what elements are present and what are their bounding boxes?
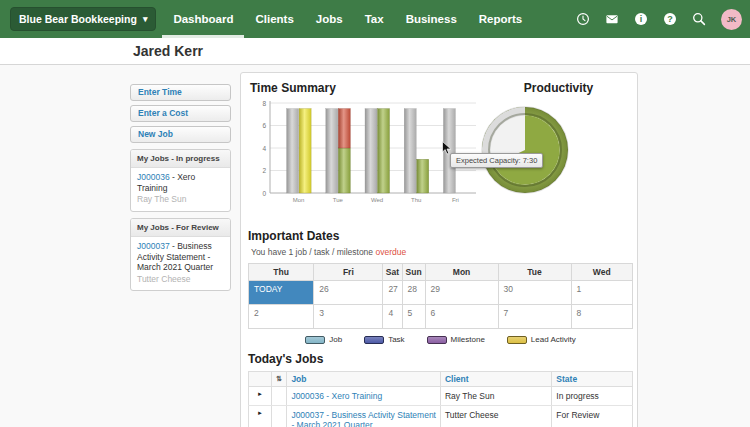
org-selector-label: Blue Bear Bookkeeping: [19, 13, 137, 25]
calendar-date-cell[interactable]: 26: [314, 281, 383, 305]
svg-text:0: 0: [262, 190, 266, 197]
calendar-day-header: Sat: [383, 264, 402, 281]
sort-icon[interactable]: ⇅: [272, 372, 287, 387]
productivity-title: Productivity: [473, 81, 644, 95]
calendar-date-cell[interactable]: 27: [383, 281, 402, 305]
sidebar-buttons: Enter TimeEnter a CostNew Job: [130, 84, 231, 143]
job-swatch-icon: [305, 336, 325, 344]
svg-text:?: ?: [667, 14, 673, 24]
enter-a-cost-button[interactable]: Enter a Cost: [130, 105, 231, 122]
table-row: ►J000036 - Xero TrainingRay The SunIn pr…: [249, 387, 633, 406]
state-cell: In progress: [552, 387, 633, 406]
legend-item-job: Job: [305, 335, 342, 344]
lead-activity-swatch-icon: [507, 336, 527, 344]
legend-label: Job: [329, 335, 342, 344]
task-swatch-icon: [364, 336, 384, 344]
client-cell: Tutter Cheese: [440, 406, 551, 427]
job-link[interactable]: J000036 - Xero Training: [291, 391, 382, 401]
calendar-legend: JobTaskMilestoneLead Activity: [248, 335, 633, 344]
sidebar: Enter TimeEnter a CostNew Job My Jobs - …: [130, 84, 231, 291]
productivity-block: Productivity: [473, 81, 644, 211]
enter-time-button[interactable]: Enter Time: [130, 84, 231, 101]
legend-item-lead-activity: Lead Activity: [507, 335, 576, 344]
row-expander-icon[interactable]: ►: [249, 406, 272, 427]
mouse-cursor-icon: [442, 141, 452, 159]
job-code-link[interactable]: J000037: [137, 241, 170, 251]
job-link[interactable]: J000037 - Business Activity Statement - …: [291, 410, 436, 427]
legend-label: Milestone: [451, 335, 485, 344]
calendar-date-cell[interactable]: 3: [314, 305, 383, 329]
clock-icon[interactable]: [576, 12, 590, 26]
title-band: Jared Kerr: [0, 38, 750, 65]
tab-jobs[interactable]: Jobs: [305, 0, 354, 38]
svg-text:2: 2: [262, 167, 266, 174]
top-nav: Blue Bear Bookkeeping ▾ DashboardClients…: [0, 0, 750, 38]
job-code-link[interactable]: J000036: [137, 172, 170, 182]
calendar-date-cell[interactable]: 28: [402, 281, 425, 305]
panel-my-jobs-in-progress: My Jobs - In progressJ000036 - Xero Trai…: [130, 149, 231, 212]
client-cell: Ray The Sun: [440, 387, 551, 406]
tab-tax[interactable]: Tax: [354, 0, 395, 38]
search-icon[interactable]: [692, 12, 706, 26]
calendar-day-header: Tue: [498, 264, 571, 281]
calendar-date-cell[interactable]: 29: [425, 281, 498, 305]
nav-tabs: DashboardClientsJobsTaxBusinessReports: [162, 0, 533, 38]
panel-job-item[interactable]: J000036 - Xero TrainingRay The Sun: [131, 168, 230, 211]
legend-label: Lead Activity: [531, 335, 576, 344]
table-row: ►J000037 - Business Activity Statement -…: [249, 406, 633, 427]
svg-text:i: i: [640, 14, 643, 24]
calendar-date-cell[interactable]: 6: [425, 305, 498, 329]
column-header-state[interactable]: State: [552, 372, 633, 387]
todays-jobs-table: ⇅JobClientState►J000036 - Xero TrainingR…: [248, 371, 633, 427]
legend-item-milestone: Milestone: [427, 335, 485, 344]
info-icon[interactable]: i: [634, 12, 648, 26]
svg-text:8: 8: [262, 100, 266, 107]
state-cell: For Review: [552, 406, 633, 427]
calendar-date-cell[interactable]: 1: [571, 281, 633, 305]
milestone-swatch-icon: [427, 336, 447, 344]
panel-my-jobs-for-review: My Jobs - For ReviewJ000037 - Business A…: [130, 218, 231, 292]
important-dates-heading: Important Dates: [248, 229, 630, 243]
calendar-today-cell[interactable]: TODAY: [249, 281, 314, 305]
column-header-job[interactable]: Job: [287, 372, 441, 387]
calendar-date-cell[interactable]: 5: [402, 305, 425, 329]
calendar-day-header: Thu: [249, 264, 314, 281]
sidebar-panels: My Jobs - In progressJ000036 - Xero Trai…: [130, 149, 231, 291]
calendar-day-header: Sun: [402, 264, 425, 281]
tab-clients[interactable]: Clients: [244, 0, 304, 38]
overdue-notice-text: You have 1 job / task / milestone: [251, 247, 375, 257]
expander-column-header: [249, 372, 272, 387]
chevron-down-icon: ▾: [143, 14, 148, 24]
charts-row: Time Summary 02468MonTueWedThuFri Produc…: [248, 79, 630, 225]
calendar-date-cell[interactable]: 2: [249, 305, 314, 329]
row-flag-cell: [272, 406, 287, 427]
nav-right-icons: i ? JK: [576, 0, 750, 38]
tab-business[interactable]: Business: [395, 0, 468, 38]
new-job-button[interactable]: New Job: [130, 126, 231, 143]
calendar-date-cell[interactable]: 4: [383, 305, 402, 329]
tab-dashboard[interactable]: Dashboard: [162, 0, 244, 38]
panel-title: My Jobs - In progress: [131, 150, 230, 168]
svg-text:Wed: Wed: [371, 197, 383, 203]
org-selector-dropdown[interactable]: Blue Bear Bookkeeping ▾: [10, 7, 156, 31]
svg-text:4: 4: [262, 145, 266, 152]
mail-icon[interactable]: [605, 12, 619, 26]
svg-text:Thu: Thu: [411, 197, 421, 203]
help-icon[interactable]: ?: [663, 12, 677, 26]
dashboard-card: Time Summary 02468MonTueWedThuFri Produc…: [240, 72, 638, 427]
calendar-date-cell[interactable]: 8: [571, 305, 633, 329]
panel-job-item[interactable]: J000037 - Business Activity Statement - …: [131, 237, 230, 291]
calendar-date-cell[interactable]: 7: [498, 305, 571, 329]
overdue-notice: You have 1 job / task / milestone overdu…: [251, 247, 630, 257]
calendar-date-cell[interactable]: 30: [498, 281, 571, 305]
app-root: Blue Bear Bookkeeping ▾ DashboardClients…: [0, 0, 750, 427]
calendar-table[interactable]: ThuFriSatSunMonTueWedTODAY26272829301234…: [248, 263, 633, 329]
chart-tooltip: Expected Capacity: 7:30: [450, 153, 543, 168]
job-client: Ray The Sun: [137, 194, 224, 205]
tab-reports[interactable]: Reports: [468, 0, 533, 38]
row-expander-icon[interactable]: ►: [249, 387, 272, 406]
user-avatar[interactable]: JK: [721, 9, 742, 30]
overdue-highlight: overdue: [375, 247, 406, 257]
column-header-client[interactable]: Client: [440, 372, 551, 387]
legend-label: Task: [388, 335, 404, 344]
